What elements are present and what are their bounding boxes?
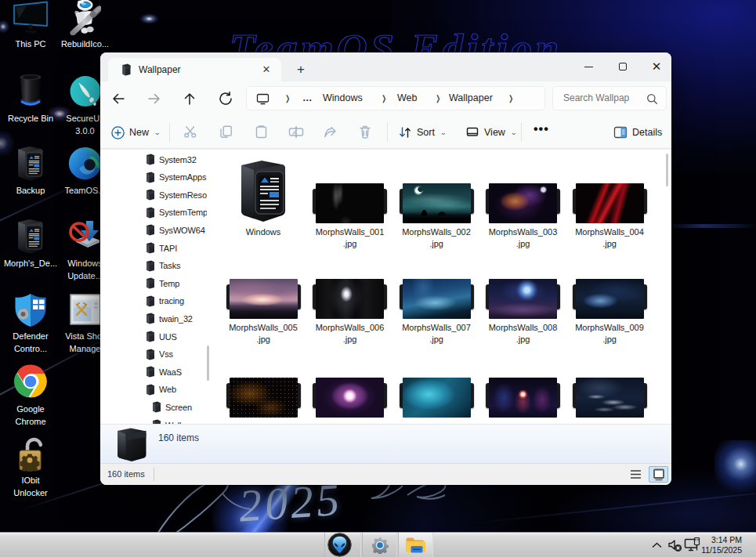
svg-text:A: A — [292, 129, 297, 136]
